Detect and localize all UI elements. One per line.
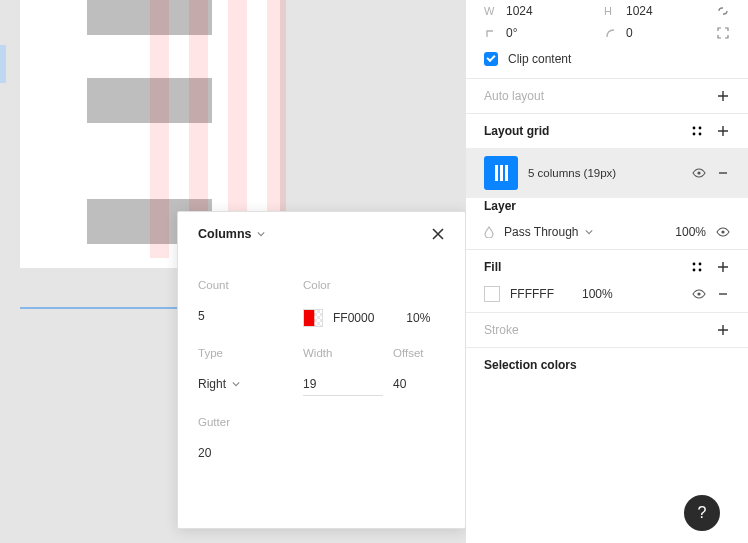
visibility-icon[interactable] — [692, 166, 706, 180]
chevron-down-icon — [585, 228, 593, 236]
count-label: Count — [198, 279, 293, 291]
svg-point-9 — [699, 269, 702, 272]
rotation-input[interactable]: 0° — [506, 26, 576, 40]
svg-point-0 — [693, 127, 696, 130]
svg-point-5 — [721, 230, 724, 233]
stroke-title: Stroke — [484, 323, 519, 337]
close-icon[interactable] — [431, 227, 445, 241]
auto-layout-section: Auto layout — [466, 79, 748, 114]
add-auto-layout-icon[interactable] — [716, 89, 730, 103]
layout-grid-description: 5 columns (19px) — [528, 167, 682, 179]
remove-icon[interactable] — [716, 287, 730, 301]
blend-mode-icon — [484, 226, 494, 238]
svg-point-2 — [693, 133, 696, 136]
independent-corners-icon[interactable] — [716, 26, 730, 40]
help-button[interactable]: ? — [684, 495, 720, 531]
grid-column-overlay — [150, 0, 169, 258]
gutter-label: Gutter — [198, 416, 445, 428]
visibility-icon[interactable] — [692, 287, 706, 301]
width-label: Width — [303, 347, 383, 359]
svg-point-10 — [697, 292, 700, 295]
type-label: Type — [198, 347, 293, 359]
chevron-down-icon — [257, 230, 265, 238]
height-input[interactable]: 1024 — [626, 4, 696, 18]
count-input[interactable]: 5 — [198, 309, 293, 323]
selection-colors-title: Selection colors — [484, 358, 577, 372]
chevron-down-icon — [232, 380, 240, 388]
layer-title: Layer — [484, 199, 516, 213]
svg-point-6 — [693, 263, 696, 266]
visibility-icon[interactable] — [716, 225, 730, 239]
layout-grid-section: Layout grid 5 columns (19px) — [466, 114, 748, 189]
layer-section: Layer Pass Through 100% — [466, 189, 748, 250]
offset-label: Offset — [393, 347, 423, 359]
clip-content-checkbox[interactable] — [484, 52, 498, 66]
fill-section: Fill FFFFFF 100% — [466, 250, 748, 313]
fill-opacity-input[interactable]: 100% — [582, 287, 613, 301]
offset-input[interactable]: 40 — [393, 377, 423, 391]
layer-opacity-input[interactable]: 100% — [675, 225, 706, 239]
add-fill-icon[interactable] — [716, 260, 730, 274]
svg-point-3 — [699, 133, 702, 136]
columns-icon[interactable] — [484, 156, 518, 190]
fill-styles-icon[interactable] — [690, 260, 704, 274]
auto-layout-title: Auto layout — [484, 89, 544, 103]
color-hex-input[interactable]: FF0000 — [333, 311, 374, 325]
corner-radius-icon — [604, 27, 618, 39]
remove-icon[interactable] — [716, 166, 730, 180]
selection-colors-section: Selection colors — [466, 348, 748, 382]
h-label: H — [604, 5, 618, 17]
grid-styles-icon[interactable] — [690, 124, 704, 138]
svg-point-4 — [697, 171, 700, 174]
width-input[interactable]: 19 — [303, 377, 383, 396]
fill-swatch[interactable] — [484, 286, 500, 302]
blend-mode-dropdown[interactable]: Pass Through — [504, 225, 593, 239]
add-layout-grid-icon[interactable] — [716, 124, 730, 138]
gutter-input[interactable]: 20 — [198, 446, 445, 460]
svg-point-1 — [699, 127, 702, 130]
corner-radius-input[interactable]: 0 — [626, 26, 696, 40]
layout-grid-settings-popup: Columns Count 5 Color FF0000 10% Type — [177, 211, 466, 529]
type-dropdown[interactable]: Right — [198, 377, 293, 391]
fill-title: Fill — [484, 260, 501, 274]
grid-type-label: Columns — [198, 227, 251, 241]
svg-point-8 — [693, 269, 696, 272]
grid-type-dropdown[interactable]: Columns — [198, 227, 265, 241]
svg-point-7 — [699, 263, 702, 266]
clip-content-label: Clip content — [508, 52, 571, 66]
color-swatch[interactable] — [303, 309, 323, 327]
width-input[interactable]: 1024 — [506, 4, 576, 18]
properties-panel: W 1024 H 1024 0° 0 Clip content Auto lay… — [466, 0, 748, 543]
layout-grid-title: Layout grid — [484, 124, 549, 138]
rotation-icon — [484, 27, 498, 39]
add-stroke-icon[interactable] — [716, 323, 730, 337]
color-label: Color — [303, 279, 430, 291]
dimensions-section: W 1024 H 1024 0° 0 Clip content — [466, 0, 748, 79]
stroke-section: Stroke — [466, 313, 748, 348]
constrain-proportions-icon[interactable] — [716, 4, 730, 18]
color-opacity-input[interactable]: 10% — [406, 311, 430, 325]
w-label: W — [484, 5, 498, 17]
left-selection-indicator — [0, 45, 6, 83]
fill-hex-input[interactable]: FFFFFF — [510, 287, 554, 301]
